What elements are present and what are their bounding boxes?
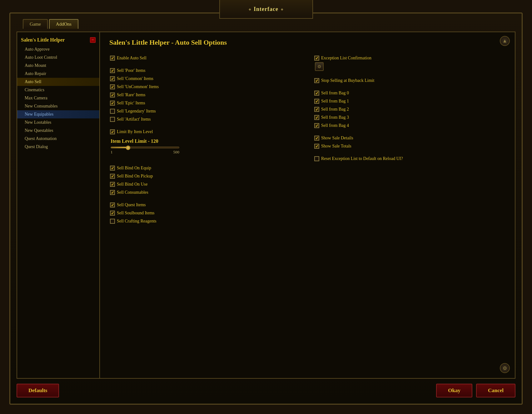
checkbox-reset-exception-list[interactable] xyxy=(314,156,319,161)
scroll-up-icon[interactable]: ▲ xyxy=(500,36,510,46)
option-sell-bag-4[interactable]: Sell from Bag 4 xyxy=(314,122,505,130)
checkbox-sell-bind-on-pickup[interactable] xyxy=(110,174,115,179)
option-sell-rare[interactable]: Sell 'Rare' Items xyxy=(109,91,301,99)
item-level-slider-section: Item Level Limit - 120 1 500 xyxy=(109,138,301,155)
option-sell-epic[interactable]: Sell 'Epic' Items xyxy=(109,99,301,107)
slider-fill xyxy=(111,147,127,148)
bottom-bar: Defaults Okay Cancel xyxy=(17,384,515,397)
sidebar-item-cinematics[interactable]: Cinematics xyxy=(17,86,99,94)
option-sell-bind-on-pickup[interactable]: Sell Bind On Pickup xyxy=(109,172,301,180)
option-sell-bind-on-use[interactable]: Sell Bind On Use xyxy=(109,180,301,188)
sidebar-item-auto-mount[interactable]: Auto Mount xyxy=(17,62,99,70)
option-sell-bag-2[interactable]: Sell from Bag 2 xyxy=(314,105,505,113)
cancel-button[interactable]: Cancel xyxy=(476,384,515,397)
sidebar-item-auto-repair[interactable]: Auto Repair xyxy=(17,70,99,78)
option-sell-soulbound-items[interactable]: Sell Soulbound Items xyxy=(109,209,301,217)
checkbox-limit-by-item-level[interactable] xyxy=(110,129,115,134)
checkbox-sell-rare[interactable] xyxy=(110,92,115,97)
okay-button[interactable]: Okay xyxy=(436,384,472,397)
checkbox-show-sale-details[interactable] xyxy=(314,136,319,141)
exception-list-icon[interactable]: ⚙ xyxy=(315,62,324,71)
option-show-sale-totals[interactable]: Show Sale Totals xyxy=(314,142,505,150)
option-sell-bag-1[interactable]: Sell from Bag 1 xyxy=(314,97,505,105)
sidebar-item-quest-dialog[interactable]: Quest Dialog xyxy=(17,143,99,151)
slider-labels: 1 500 xyxy=(111,150,179,155)
defaults-button[interactable]: Defaults xyxy=(17,384,59,397)
scroll-down-icon[interactable]: ⚙ xyxy=(500,363,510,373)
title-bar: Interface xyxy=(219,0,313,19)
sidebar-title-text: Salen's Little Helper xyxy=(21,37,65,43)
sidebar-header: Salen's Little Helper − xyxy=(17,35,99,45)
checkbox-sell-common[interactable] xyxy=(110,76,115,81)
option-sell-consumables[interactable]: Sell Consumables xyxy=(109,188,301,197)
option-sell-legendary[interactable]: Sell 'Legendary' Items xyxy=(109,107,301,115)
slider-track xyxy=(111,147,179,148)
right-options-column: Exception List Confirmation ⚙ Stop Selli… xyxy=(314,54,505,225)
checkbox-sell-bag-4[interactable] xyxy=(314,123,319,128)
tab-addons[interactable]: AddOns xyxy=(49,19,78,29)
option-show-sale-details[interactable]: Show Sale Details xyxy=(314,134,505,142)
sidebar-item-auto-sell[interactable]: Auto Sell xyxy=(17,78,99,86)
window-title: Interface xyxy=(254,6,278,12)
option-sell-artifact[interactable]: Sell 'Artifact' Items xyxy=(109,115,301,123)
ok-cancel-group: Okay Cancel xyxy=(436,384,515,397)
tab-game[interactable]: Game xyxy=(23,19,48,29)
option-limit-by-item-level[interactable]: Limit By Item Level xyxy=(109,128,301,136)
sidebar-item-new-consumables[interactable]: New Consumables xyxy=(17,102,99,110)
item-level-slider[interactable]: 1 500 xyxy=(111,147,179,155)
checkbox-sell-quest-items[interactable] xyxy=(110,202,115,207)
checkbox-sell-bag-2[interactable] xyxy=(314,107,319,112)
option-sell-uncommon[interactable]: Sell 'UnCommon' Items xyxy=(109,83,301,91)
option-sell-crafting-reagents[interactable]: Sell Crafting Reagents xyxy=(109,217,301,225)
checkbox-sell-poor[interactable] xyxy=(110,68,115,73)
checkbox-enable-auto-sell[interactable] xyxy=(110,56,115,61)
option-sell-bag-3[interactable]: Sell from Bag 3 xyxy=(314,113,505,122)
checkbox-sell-consumables[interactable] xyxy=(110,190,115,195)
sidebar-item-auto-loot-control[interactable]: Auto Loot Control xyxy=(17,53,99,62)
main-window: Game AddOns Salen's Little Helper − Auto… xyxy=(9,12,523,405)
sidebar-item-auto-approve[interactable]: Auto Approve xyxy=(17,45,99,53)
sidebar-item-new-equipables[interactable]: New Equipables xyxy=(17,110,99,118)
option-sell-bind-on-equip[interactable]: Sell Bind On Equip xyxy=(109,164,301,172)
collapse-button[interactable]: − xyxy=(90,37,96,43)
tab-row: Game AddOns xyxy=(23,19,78,29)
checkbox-sell-bind-on-use[interactable] xyxy=(110,182,115,187)
option-sell-bag-0[interactable]: Sell from Bag 0 xyxy=(314,89,505,97)
option-sell-quest-items[interactable]: Sell Quest Items xyxy=(109,201,301,209)
checkbox-stop-selling-buyback[interactable] xyxy=(314,78,319,83)
checkbox-sell-uncommon[interactable] xyxy=(110,84,115,89)
checkbox-sell-crafting-reagents[interactable] xyxy=(110,219,115,224)
checkbox-sell-bag-0[interactable] xyxy=(314,91,319,96)
main-panel: ▲ Salen's Little Helper - Auto Sell Opti… xyxy=(100,32,515,378)
option-exception-list-confirmation[interactable]: Exception List Confirmation xyxy=(314,54,505,62)
sidebar-item-new-questables[interactable]: New Questables xyxy=(17,127,99,135)
sidebar: Salen's Little Helper − Auto Approve Aut… xyxy=(17,32,100,378)
checkbox-sell-legendary[interactable] xyxy=(110,109,115,114)
sidebar-item-new-lootables[interactable]: New Lootables xyxy=(17,118,99,127)
checkbox-exception-list-confirmation[interactable] xyxy=(314,56,319,61)
checkbox-sell-soulbound-items[interactable] xyxy=(110,211,115,216)
slider-title: Item Level Limit - 120 xyxy=(111,138,301,144)
checkbox-sell-epic[interactable] xyxy=(110,101,115,106)
option-stop-selling-buyback[interactable]: Stop Selling at Buyback Limit xyxy=(314,77,505,85)
option-reset-exception-list[interactable]: Reset Exception List to Default on Reloa… xyxy=(314,155,505,163)
checkbox-sell-artifact[interactable] xyxy=(110,117,115,122)
left-options-column: Enable Auto Sell Sell 'Poor' Items Sell … xyxy=(109,54,301,225)
checkbox-sell-bag-1[interactable] xyxy=(314,99,319,104)
option-sell-common[interactable]: Sell 'Common' Items xyxy=(109,75,301,83)
checkbox-show-sale-totals[interactable] xyxy=(314,144,319,149)
slider-thumb[interactable] xyxy=(126,146,130,150)
sidebar-item-quest-automation[interactable]: Quest Automation xyxy=(17,135,99,143)
option-sell-poor[interactable]: Sell 'Poor' Items xyxy=(109,67,301,75)
panel-title: Salen's Little Helper - Auto Sell Option… xyxy=(109,38,505,47)
checkbox-sell-bag-3[interactable] xyxy=(314,115,319,120)
checkbox-sell-bind-on-equip[interactable] xyxy=(110,166,115,171)
option-enable-auto-sell[interactable]: Enable Auto Sell xyxy=(109,54,301,62)
sidebar-item-max-camera[interactable]: Max Camera xyxy=(17,94,99,102)
content-area: Salen's Little Helper − Auto Approve Aut… xyxy=(17,32,515,379)
